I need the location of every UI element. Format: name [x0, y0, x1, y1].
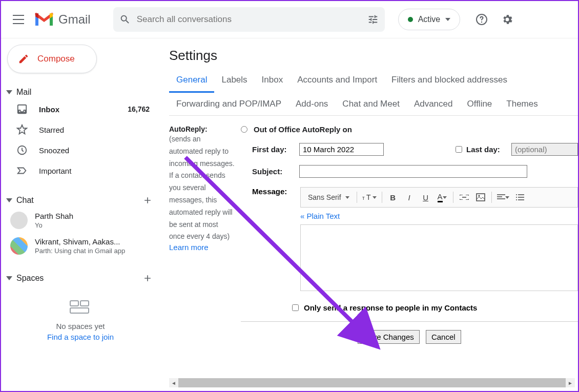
font-size-icon[interactable]: тT: [360, 190, 379, 205]
svg-rect-8: [477, 194, 485, 201]
text-color-icon[interactable]: A: [435, 190, 450, 205]
last-day-input[interactable]: [511, 143, 578, 156]
chat-section-header[interactable]: Chat: [1, 193, 160, 208]
chat-item[interactable]: Vikrant, Shivam, Aakas...Parth: Using ch…: [1, 233, 160, 259]
status-label: Active: [418, 15, 441, 24]
align-icon[interactable]: [495, 190, 511, 205]
underline-icon[interactable]: U: [418, 190, 433, 205]
bold-icon[interactable]: B: [385, 190, 401, 205]
last-day-label: Last day:: [466, 145, 507, 154]
sidebar-item-important[interactable]: Important: [1, 160, 160, 181]
active-dot-icon: [408, 17, 413, 22]
scroll-left-icon[interactable]: ◄: [169, 378, 178, 387]
search-input[interactable]: [137, 14, 361, 25]
tab-offline[interactable]: Offline: [460, 93, 500, 115]
chat-item[interactable]: Parth ShahYo: [1, 208, 160, 233]
spaces-empty-icon: [69, 300, 92, 315]
scroll-thumb[interactable]: [178, 378, 566, 387]
tab-forwarding-and-pop/imap[interactable]: Forwarding and POP/IMAP: [169, 93, 288, 115]
message-label: Message:: [252, 187, 293, 196]
tab-inbox[interactable]: Inbox: [255, 69, 291, 93]
tab-general[interactable]: General: [169, 69, 214, 93]
svg-point-1: [481, 22, 482, 23]
tab-chat-and-meet[interactable]: Chat and Meet: [335, 93, 407, 115]
autoreply-desc: (sends an automated reply to incoming me…: [169, 135, 235, 240]
sidebar-item-snoozed[interactable]: Snoozed: [1, 140, 160, 160]
first-day-label: First day:: [252, 145, 293, 154]
subject-input[interactable]: [299, 165, 527, 178]
clock-icon: [16, 145, 28, 156]
scroll-right-icon[interactable]: ►: [566, 378, 575, 387]
plain-text-link[interactable]: « Plain Text: [300, 212, 578, 220]
message-editor[interactable]: [300, 224, 578, 291]
search-icon: [119, 14, 131, 25]
svg-point-9: [478, 195, 480, 197]
search-options-icon[interactable]: [367, 14, 379, 25]
svg-point-11: [516, 197, 517, 198]
help-icon[interactable]: [470, 8, 493, 31]
contacts-only-checkbox[interactable]: [292, 304, 299, 311]
compose-button[interactable]: Compose: [7, 45, 97, 73]
tab-add-ons[interactable]: Add-ons: [288, 93, 335, 115]
plus-icon[interactable]: [142, 195, 153, 205]
plus-icon[interactable]: [142, 273, 153, 283]
autoreply-on-label: Out of Office AutoReply on: [254, 125, 352, 134]
tab-themes[interactable]: Themes: [499, 93, 545, 115]
compose-label: Compose: [37, 54, 75, 64]
menu-icon[interactable]: [7, 8, 30, 31]
contacts-only-label: Only send a response to people in my Con…: [304, 303, 477, 312]
link-icon[interactable]: [457, 190, 472, 205]
svg-rect-3: [70, 301, 78, 306]
chevron-down-icon: [445, 18, 450, 21]
tab-labels[interactable]: Labels: [214, 69, 254, 93]
mail-section-header[interactable]: Mail: [1, 86, 160, 99]
page-title: Settings: [169, 48, 578, 64]
font-select[interactable]: Sans Serif: [304, 190, 354, 205]
sidebar-item-inbox[interactable]: Inbox 16,762: [1, 99, 160, 119]
svg-text:т: т: [362, 195, 365, 201]
italic-icon[interactable]: I: [402, 190, 417, 205]
chevron-down-icon: [5, 276, 13, 280]
tab-filters-and-blocked-addresses[interactable]: Filters and blocked addresses: [384, 69, 514, 93]
chevron-down-icon: [5, 198, 13, 202]
app-name: Gmail: [58, 12, 91, 27]
learn-more-link[interactable]: Learn more: [169, 243, 209, 252]
list-icon[interactable]: [512, 190, 528, 205]
gmail-logo[interactable]: Gmail: [34, 12, 91, 27]
svg-rect-5: [70, 308, 89, 313]
avatar: [10, 212, 28, 229]
find-space-link[interactable]: Find a space to join: [1, 333, 160, 341]
search-bar[interactable]: [113, 7, 385, 32]
inbox-icon: [16, 104, 28, 115]
cancel-button[interactable]: Cancel: [426, 330, 461, 344]
first-day-input[interactable]: [299, 143, 384, 156]
important-icon: [16, 165, 28, 176]
image-icon[interactable]: [473, 190, 488, 205]
spaces-empty-title: No spaces yet: [1, 322, 160, 331]
pencil-icon: [18, 53, 29, 65]
editor-toolbar: Sans Serif тT B I U A: [300, 187, 578, 208]
avatar: [10, 237, 28, 255]
settings-tabs: GeneralLabelsInboxAccounts and ImportFil…: [169, 69, 578, 116]
spaces-section-header[interactable]: Spaces: [1, 271, 160, 285]
svg-point-12: [516, 199, 517, 200]
status-pill[interactable]: Active: [398, 9, 461, 30]
svg-point-10: [516, 194, 517, 195]
last-day-checkbox[interactable]: [456, 146, 462, 153]
svg-rect-4: [80, 301, 89, 306]
horizontal-scrollbar[interactable]: ◄ ►: [169, 378, 575, 387]
autoreply-title: AutoReply:: [169, 125, 208, 133]
svg-text:T: T: [366, 193, 371, 201]
tab-advanced[interactable]: Advanced: [407, 93, 460, 115]
autoreply-on-radio[interactable]: [241, 126, 247, 133]
gear-icon[interactable]: [496, 8, 519, 31]
subject-label: Subject:: [252, 167, 293, 176]
tab-accounts-and-import[interactable]: Accounts and Import: [290, 69, 384, 93]
save-button[interactable]: Save Changes: [358, 330, 419, 344]
star-icon: [16, 124, 28, 135]
chevron-down-icon: [5, 90, 13, 94]
sidebar-item-starred[interactable]: Starred: [1, 119, 160, 140]
